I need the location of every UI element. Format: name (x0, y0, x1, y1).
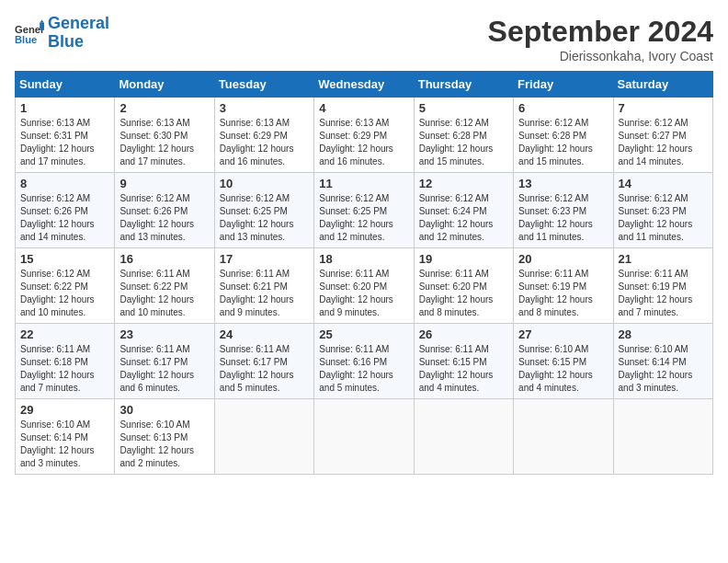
svg-marker-2 (40, 23, 44, 30)
day-info: Sunrise: 6:11 AM Sunset: 6:15 PM Dayligh… (419, 343, 508, 395)
day-number: 27 (518, 327, 608, 341)
calendar-body: 1Sunrise: 6:13 AM Sunset: 6:31 PM Daylig… (16, 98, 713, 475)
calendar-cell: 6Sunrise: 6:12 AM Sunset: 6:28 PM Daylig… (514, 98, 613, 173)
calendar-cell: 2Sunrise: 6:13 AM Sunset: 6:30 PM Daylig… (115, 98, 214, 173)
calendar-cell: 21Sunrise: 6:11 AM Sunset: 6:19 PM Dayli… (613, 248, 712, 324)
day-info: Sunrise: 6:12 AM Sunset: 6:26 PM Dayligh… (119, 192, 209, 244)
logo-icon: General Blue (15, 18, 44, 48)
page-header: General Blue GeneralBlue September 2024 … (15, 15, 713, 63)
day-info: Sunrise: 6:12 AM Sunset: 6:28 PM Dayligh… (518, 117, 608, 168)
calendar-cell: 15Sunrise: 6:12 AM Sunset: 6:22 PM Dayli… (16, 248, 115, 324)
col-header-wednesday: Wednesday (314, 72, 414, 98)
calendar-cell: 26Sunrise: 6:11 AM Sunset: 6:15 PM Dayli… (414, 324, 513, 399)
col-header-sunday: Sunday (16, 72, 115, 98)
calendar-cell (314, 399, 414, 475)
day-info: Sunrise: 6:12 AM Sunset: 6:23 PM Dayligh… (518, 192, 608, 244)
day-number: 2 (119, 101, 209, 115)
calendar-cell: 7Sunrise: 6:12 AM Sunset: 6:27 PM Daylig… (613, 98, 712, 173)
calendar-cell: 28Sunrise: 6:10 AM Sunset: 6:14 PM Dayli… (613, 324, 712, 399)
calendar-cell: 1Sunrise: 6:13 AM Sunset: 6:31 PM Daylig… (16, 98, 115, 173)
calendar-cell: 23Sunrise: 6:11 AM Sunset: 6:17 PM Dayli… (115, 324, 214, 399)
day-number: 25 (319, 327, 408, 341)
day-number: 28 (619, 327, 708, 341)
day-number: 13 (518, 177, 608, 190)
day-info: Sunrise: 6:10 AM Sunset: 6:14 PM Dayligh… (619, 343, 708, 395)
day-info: Sunrise: 6:12 AM Sunset: 6:25 PM Dayligh… (319, 192, 408, 244)
calendar-week-5: 29Sunrise: 6:10 AM Sunset: 6:14 PM Dayli… (16, 399, 713, 475)
calendar-cell (514, 399, 613, 475)
calendar-cell: 9Sunrise: 6:12 AM Sunset: 6:26 PM Daylig… (115, 173, 214, 248)
day-number: 16 (119, 252, 209, 266)
day-number: 17 (220, 252, 309, 266)
day-info: Sunrise: 6:12 AM Sunset: 6:23 PM Dayligh… (619, 192, 708, 244)
day-number: 30 (119, 403, 209, 417)
day-info: Sunrise: 6:10 AM Sunset: 6:13 PM Dayligh… (119, 419, 209, 470)
calendar-cell: 17Sunrise: 6:11 AM Sunset: 6:21 PM Dayli… (214, 248, 313, 324)
calendar-header-row: SundayMondayTuesdayWednesdayThursdayFrid… (16, 72, 713, 98)
day-number: 7 (619, 101, 708, 115)
calendar-cell: 19Sunrise: 6:11 AM Sunset: 6:20 PM Dayli… (414, 248, 513, 324)
calendar-week-4: 22Sunrise: 6:11 AM Sunset: 6:18 PM Dayli… (16, 324, 713, 399)
day-info: Sunrise: 6:13 AM Sunset: 6:30 PM Dayligh… (119, 117, 209, 168)
day-info: Sunrise: 6:11 AM Sunset: 6:20 PM Dayligh… (419, 268, 508, 319)
day-info: Sunrise: 6:11 AM Sunset: 6:21 PM Dayligh… (220, 268, 309, 319)
day-info: Sunrise: 6:11 AM Sunset: 6:20 PM Dayligh… (319, 268, 408, 319)
day-info: Sunrise: 6:12 AM Sunset: 6:24 PM Dayligh… (419, 192, 508, 244)
day-number: 5 (419, 101, 508, 115)
calendar-cell: 30Sunrise: 6:10 AM Sunset: 6:13 PM Dayli… (115, 399, 214, 475)
day-info: Sunrise: 6:10 AM Sunset: 6:15 PM Dayligh… (518, 343, 608, 395)
calendar-cell: 20Sunrise: 6:11 AM Sunset: 6:19 PM Dayli… (514, 248, 613, 324)
day-number: 3 (220, 101, 309, 115)
col-header-friday: Friday (514, 72, 613, 98)
calendar-cell: 24Sunrise: 6:11 AM Sunset: 6:17 PM Dayli… (214, 324, 313, 399)
calendar-week-2: 8Sunrise: 6:12 AM Sunset: 6:26 PM Daylig… (16, 173, 713, 248)
day-info: Sunrise: 6:11 AM Sunset: 6:16 PM Dayligh… (319, 343, 408, 395)
col-header-saturday: Saturday (613, 72, 712, 98)
calendar-cell: 10Sunrise: 6:12 AM Sunset: 6:25 PM Dayli… (214, 173, 313, 248)
col-header-monday: Monday (115, 72, 214, 98)
day-info: Sunrise: 6:13 AM Sunset: 6:29 PM Dayligh… (319, 117, 408, 168)
col-header-tuesday: Tuesday (214, 72, 313, 98)
calendar-cell: 14Sunrise: 6:12 AM Sunset: 6:23 PM Dayli… (613, 173, 712, 248)
calendar-cell (214, 399, 313, 475)
title-block: September 2024 Dierissonkaha, Ivory Coas… (488, 15, 713, 63)
day-info: Sunrise: 6:12 AM Sunset: 6:27 PM Dayligh… (619, 117, 708, 168)
calendar-cell: 27Sunrise: 6:10 AM Sunset: 6:15 PM Dayli… (514, 324, 613, 399)
month-title: September 2024 (488, 15, 713, 49)
calendar-cell: 5Sunrise: 6:12 AM Sunset: 6:28 PM Daylig… (414, 98, 513, 173)
calendar-cell: 4Sunrise: 6:13 AM Sunset: 6:29 PM Daylig… (314, 98, 414, 173)
location-subtitle: Dierissonkaha, Ivory Coast (488, 49, 713, 63)
day-info: Sunrise: 6:10 AM Sunset: 6:14 PM Dayligh… (20, 419, 109, 470)
calendar-cell: 22Sunrise: 6:11 AM Sunset: 6:18 PM Dayli… (16, 324, 115, 399)
day-info: Sunrise: 6:11 AM Sunset: 6:17 PM Dayligh… (220, 343, 309, 395)
day-number: 15 (20, 252, 109, 266)
day-info: Sunrise: 6:13 AM Sunset: 6:29 PM Dayligh… (220, 117, 309, 168)
day-number: 21 (619, 252, 708, 266)
calendar-cell (414, 399, 513, 475)
day-number: 10 (220, 177, 309, 190)
calendar-cell: 18Sunrise: 6:11 AM Sunset: 6:20 PM Dayli… (314, 248, 414, 324)
calendar-cell: 3Sunrise: 6:13 AM Sunset: 6:29 PM Daylig… (214, 98, 313, 173)
day-info: Sunrise: 6:11 AM Sunset: 6:22 PM Dayligh… (119, 268, 209, 319)
day-number: 4 (319, 101, 408, 115)
calendar-cell (613, 399, 712, 475)
day-number: 1 (20, 101, 109, 115)
day-number: 23 (119, 327, 209, 341)
day-info: Sunrise: 6:11 AM Sunset: 6:17 PM Dayligh… (119, 343, 209, 395)
svg-marker-3 (40, 19, 44, 22)
calendar-cell: 29Sunrise: 6:10 AM Sunset: 6:14 PM Dayli… (16, 399, 115, 475)
calendar-cell: 8Sunrise: 6:12 AM Sunset: 6:26 PM Daylig… (16, 173, 115, 248)
day-number: 6 (518, 101, 608, 115)
col-header-thursday: Thursday (414, 72, 513, 98)
day-number: 20 (518, 252, 608, 266)
calendar-cell: 13Sunrise: 6:12 AM Sunset: 6:23 PM Dayli… (514, 173, 613, 248)
day-number: 12 (419, 177, 508, 190)
calendar-cell: 25Sunrise: 6:11 AM Sunset: 6:16 PM Dayli… (314, 324, 414, 399)
day-number: 11 (319, 177, 408, 190)
day-info: Sunrise: 6:11 AM Sunset: 6:19 PM Dayligh… (619, 268, 708, 319)
calendar-cell: 11Sunrise: 6:12 AM Sunset: 6:25 PM Dayli… (314, 173, 414, 248)
day-number: 18 (319, 252, 408, 266)
day-number: 8 (20, 177, 109, 190)
day-info: Sunrise: 6:12 AM Sunset: 6:25 PM Dayligh… (220, 192, 309, 244)
calendar-week-1: 1Sunrise: 6:13 AM Sunset: 6:31 PM Daylig… (16, 98, 713, 173)
